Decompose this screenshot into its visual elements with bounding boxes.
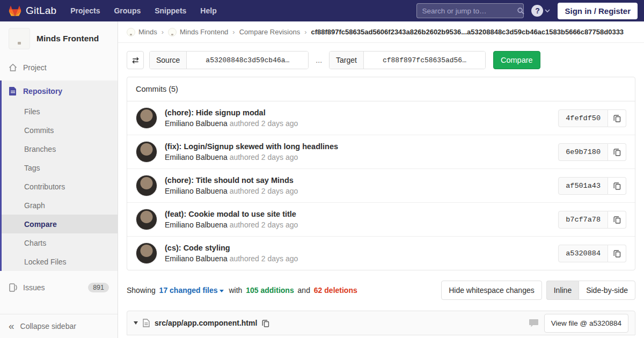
- breadcrumb-compare-revisions[interactable]: Compare Revisions: [239, 28, 300, 36]
- side-by-side-view-button[interactable]: Side-by-side: [579, 281, 635, 300]
- target-revision-input[interactable]: [364, 52, 485, 69]
- sidebar-item-project[interactable]: Project: [0, 57, 118, 78]
- target-label: Target: [330, 52, 364, 69]
- home-icon: [9, 63, 17, 72]
- breadcrumb: Minds › Minds Frontend › Compare Revisio…: [118, 21, 644, 43]
- comment-bubble-icon[interactable]: [529, 319, 539, 328]
- sidebar-item-issues[interactable]: Issues 891: [0, 276, 118, 299]
- sidebar-item-branches[interactable]: Branches: [2, 139, 118, 158]
- brand-title: GitLab: [26, 5, 56, 17]
- commit-sha-link[interactable]: 4fefdf50: [558, 109, 608, 127]
- swap-revisions-button[interactable]: [127, 51, 144, 69]
- primary-nav: Projects Groups Snippets Help: [64, 2, 223, 19]
- commit-title-link[interactable]: (fix): Login/Signup skewed with long hea…: [165, 142, 558, 151]
- target-input-group: Target: [329, 51, 486, 69]
- document-icon: [9, 87, 17, 95]
- commit-sha-link[interactable]: b7cf7a78: [558, 211, 608, 229]
- project-avatar: [9, 28, 30, 49]
- commit-sha-group: af501a43: [558, 177, 626, 195]
- range-separator: ...: [314, 56, 324, 64]
- project-context-header[interactable]: Minds Frontend: [0, 21, 118, 57]
- commit-author-avatar[interactable]: [136, 107, 157, 129]
- deletions-count: 62 deletions: [314, 286, 357, 295]
- nav-item-groups[interactable]: Groups: [107, 2, 147, 19]
- changed-files-dropdown[interactable]: 17 changed files: [159, 286, 224, 295]
- commit-title-link[interactable]: (chore): Hide signup modal: [165, 108, 558, 117]
- commit-author-link[interactable]: Emiliano Balbuena: [165, 254, 228, 263]
- sidebar-item-locked-files[interactable]: Locked Files: [2, 252, 118, 271]
- sidebar-item-contributors[interactable]: Contributors: [2, 177, 118, 196]
- project-sidebar: Minds Frontend Project Repository: [0, 21, 118, 338]
- copy-sha-button[interactable]: [608, 177, 626, 195]
- breadcrumb-label: Minds Frontend: [180, 28, 228, 36]
- commit-sha-link[interactable]: a5320884: [558, 245, 608, 262]
- breadcrumb-minds[interactable]: Minds: [127, 28, 157, 36]
- collapse-file-caret-icon[interactable]: [134, 321, 138, 325]
- help-menu[interactable]: ?: [531, 5, 550, 17]
- copy-icon: [613, 114, 621, 122]
- breadcrumb-minds-frontend[interactable]: Minds Frontend: [168, 28, 228, 36]
- source-label: Source: [150, 52, 187, 69]
- commit-author-avatar[interactable]: [136, 209, 157, 230]
- breadcrumb-separator: ›: [162, 28, 164, 36]
- commit-author-link[interactable]: Emiliano Balbuena: [165, 153, 228, 161]
- sidebar-item-label: Issues: [23, 283, 45, 292]
- source-revision-input[interactable]: [187, 52, 308, 69]
- sidebar-nav: Project Repository Files Commits Branche…: [0, 57, 118, 314]
- commit-author-link[interactable]: Emiliano Balbuena: [165, 119, 228, 128]
- commit-title-link[interactable]: (cs): Code styling: [165, 244, 558, 252]
- copy-file-path-icon[interactable]: [262, 319, 269, 327]
- breadcrumb-separator: ›: [232, 28, 235, 36]
- diff-view-toggle: Inline Side-by-side: [546, 281, 635, 300]
- commit-meta-text: authored 2 days ago: [230, 153, 298, 161]
- global-search[interactable]: [416, 3, 524, 18]
- hide-whitespace-button[interactable]: Hide whitespace changes: [441, 281, 542, 300]
- commit-author-avatar[interactable]: [136, 141, 157, 163]
- commit-author-avatar[interactable]: [136, 243, 157, 264]
- project-avatar-small: [168, 28, 177, 36]
- commit-sha-link[interactable]: af501a43: [558, 177, 608, 195]
- nav-item-snippets[interactable]: Snippets: [148, 2, 193, 19]
- nav-item-projects[interactable]: Projects: [64, 2, 106, 19]
- view-file-button[interactable]: View file @ a5320884: [544, 314, 628, 333]
- commit-title-link[interactable]: (chore): Title should not say Minds: [165, 176, 558, 185]
- copy-icon: [613, 249, 621, 258]
- commit-author-link[interactable]: Emiliano Balbuena: [165, 187, 228, 195]
- commit-sha-group: 6e9b7180: [558, 143, 626, 161]
- commit-author-link[interactable]: Emiliano Balbuena: [165, 221, 228, 229]
- copy-sha-button[interactable]: [608, 211, 626, 229]
- copy-sha-button[interactable]: [608, 245, 626, 262]
- commit-title-link[interactable]: (feat): Cookie modal to use site title: [165, 210, 558, 218]
- diff-file-path[interactable]: src/app/app.component.html: [155, 319, 257, 327]
- commit-meta-text: authored 2 days ago: [230, 187, 298, 195]
- copy-icon: [613, 148, 621, 156]
- help-question-icon: ?: [531, 5, 543, 17]
- diff-summary-bar: Showing 17 changed files with 105 additi…: [118, 270, 644, 306]
- sidebar-item-graph[interactable]: Graph: [2, 196, 118, 215]
- navbar-right: ? Sign in / Register: [416, 3, 638, 19]
- inline-view-button[interactable]: Inline: [546, 281, 579, 300]
- sidebar-item-commits[interactable]: Commits: [2, 121, 118, 139]
- sidebar-item-files[interactable]: Files: [2, 102, 118, 121]
- sidebar-item-repository[interactable]: Repository: [2, 80, 118, 102]
- commit-row: (cs): Code styling Emiliano Balbuena aut…: [127, 237, 635, 270]
- breadcrumb-label: Compare Revisions: [239, 28, 300, 36]
- search-input[interactable]: [422, 7, 517, 15]
- search-icon: [517, 7, 525, 15]
- copy-sha-button[interactable]: [608, 143, 626, 161]
- collapse-sidebar-button[interactable]: « Collapse sidebar: [0, 314, 118, 338]
- commit-author-avatar[interactable]: [136, 175, 157, 196]
- commit-row: (fix): Login/Signup skewed with long hea…: [127, 135, 635, 169]
- commit-sha-link[interactable]: 6e9b7180: [558, 143, 608, 161]
- sidebar-item-tags[interactable]: Tags: [2, 158, 118, 177]
- copy-sha-button[interactable]: [608, 109, 626, 127]
- compare-button[interactable]: Compare: [493, 51, 540, 69]
- sign-in-register-button[interactable]: Sign in / Register: [558, 3, 638, 19]
- gitlab-brand[interactable]: GitLab: [9, 5, 56, 17]
- source-input-group: Source: [149, 51, 309, 69]
- lightbulb-icon: [16, 33, 24, 45]
- main-content: Minds › Minds Frontend › Compare Revisio…: [118, 21, 644, 338]
- nav-item-help[interactable]: Help: [194, 2, 223, 19]
- sidebar-item-charts[interactable]: Charts: [2, 233, 118, 252]
- sidebar-item-compare[interactable]: Compare: [2, 215, 118, 233]
